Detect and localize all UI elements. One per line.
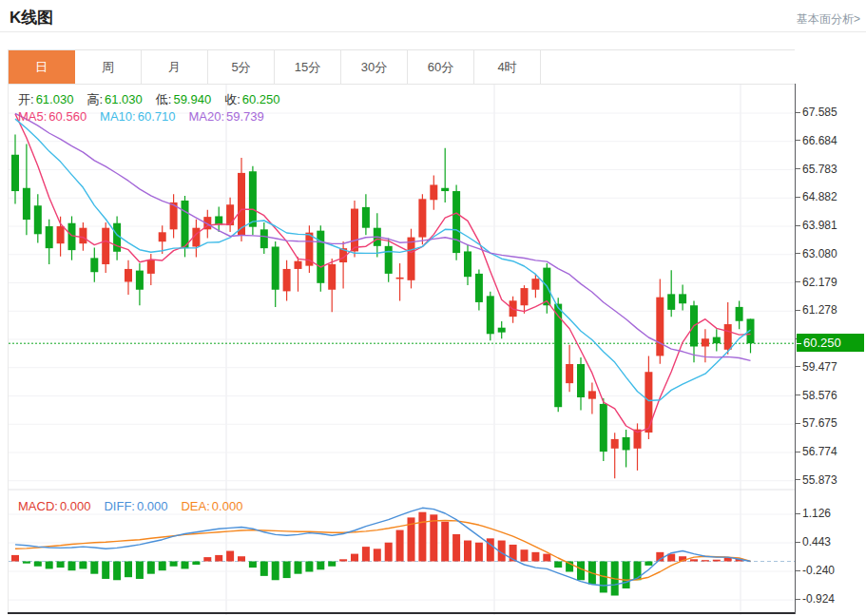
macd-tick-label: -0.240 xyxy=(796,564,835,578)
axis-tick xyxy=(796,395,800,395)
axis-tick xyxy=(796,225,800,226)
price-tick-label: 57.675 xyxy=(796,416,837,431)
legend-label: MA20: xyxy=(188,109,224,124)
axis-tick xyxy=(796,452,800,452)
price-tick-label: 55.873 xyxy=(796,472,837,487)
legend-value: 59.739 xyxy=(226,109,264,124)
tab-month[interactable]: 月 xyxy=(142,50,208,85)
price-tick-label: 61.278 xyxy=(796,303,837,318)
tab-week[interactable]: 周 xyxy=(75,50,142,85)
legend-label: 高: xyxy=(87,92,103,106)
kline-macd-plot[interactable] xyxy=(9,85,796,615)
axis-tick-label: 66.684 xyxy=(802,134,837,147)
legend-label: MA5: xyxy=(18,109,47,124)
legend-label: DIFF: xyxy=(104,499,135,513)
legend-value: 0.000 xyxy=(212,499,243,513)
axis-tick-label: 59.477 xyxy=(802,360,837,374)
chart-bottom-border xyxy=(8,612,795,614)
legend-value: 60.560 xyxy=(48,109,87,124)
legend-value: 61.030 xyxy=(36,92,74,106)
last-price-badge: 60.250 xyxy=(797,334,864,352)
price-tick-label: 59.477 xyxy=(796,359,837,374)
tab-30min[interactable]: 30分 xyxy=(341,50,408,85)
ohlc-legend: 开:61.030高:61.030低:59.940收:60.250 xyxy=(18,91,294,108)
axis-tick xyxy=(796,281,800,282)
axis-tick xyxy=(796,253,800,254)
price-tick-label: 66.684 xyxy=(796,133,837,147)
legend-value: 0.000 xyxy=(60,499,91,513)
title-divider xyxy=(0,31,866,32)
axis-tick-label: 58.576 xyxy=(802,389,837,402)
legend-value: 61.030 xyxy=(105,92,143,106)
price-tick-label: 65.783 xyxy=(796,162,837,176)
macd-tick-label: 1.126 xyxy=(796,507,831,521)
legend-label: MACD: xyxy=(18,499,58,513)
price-tick-label: 62.179 xyxy=(796,275,837,289)
fundamental-analysis-link[interactable]: 基本面分析> xyxy=(797,11,860,28)
page-title: K线图 xyxy=(10,7,53,29)
axis-tick xyxy=(796,513,800,514)
axis-tick xyxy=(796,570,800,571)
chart-area: 开:61.030高:61.030低:59.940收:60.250 MA5:60.… xyxy=(8,84,795,614)
price-tick-label: 63.080 xyxy=(796,246,837,260)
tab-15min[interactable]: 15分 xyxy=(275,50,341,85)
axis-tick-label: 63.080 xyxy=(802,247,837,260)
axis-tick-label: 64.882 xyxy=(802,190,837,203)
tab-4hour[interactable]: 4时 xyxy=(474,50,541,85)
axis-tick-label: 65.783 xyxy=(802,163,837,176)
legend-value: 59.940 xyxy=(173,92,211,106)
legend-value: 0.000 xyxy=(137,499,168,513)
macd-tick-label: 0.443 xyxy=(796,535,831,549)
legend-label: 开: xyxy=(18,92,34,106)
period-tabbar: 日周月5分15分30分60分4时 xyxy=(8,49,541,85)
axis-tick-label: 62.179 xyxy=(802,276,837,289)
tabbar-top-rule xyxy=(540,49,795,50)
axis-tick xyxy=(796,366,800,367)
tab-day[interactable]: 日 xyxy=(9,50,75,85)
axis-tick-label: 0.443 xyxy=(802,535,831,549)
axis-tick-label: 55.873 xyxy=(802,473,837,487)
axis-tick xyxy=(796,112,800,113)
macd-legend: MACD:0.000DIFF:0.000DEA:0.000 xyxy=(18,499,256,513)
legend-label: 低: xyxy=(156,92,172,106)
price-tick-label: 67.585 xyxy=(796,106,837,120)
axis-tick xyxy=(796,599,800,600)
tab-60min[interactable]: 60分 xyxy=(408,50,474,85)
axis-tick-label: 57.675 xyxy=(802,416,837,430)
legend-label: DEA: xyxy=(181,499,209,513)
legend-value: 60.710 xyxy=(138,109,176,124)
axis-tick xyxy=(796,168,800,169)
legend-value: 60.250 xyxy=(242,92,280,106)
axis-tick-label: -0.924 xyxy=(802,592,835,606)
axis-tick xyxy=(796,197,800,198)
price-tick-label: 64.882 xyxy=(796,190,837,204)
axis-tick xyxy=(797,343,801,344)
axis-tick xyxy=(796,479,800,480)
axis-tick-label: 1.126 xyxy=(802,507,831,520)
price-tick-label: 58.576 xyxy=(796,388,837,402)
ma-legend: MA5:60.560MA10:60.710MA20:59.739 xyxy=(18,109,278,124)
axis-tick-label: -0.240 xyxy=(802,564,835,577)
axis-tick xyxy=(796,310,800,311)
axis-tick xyxy=(796,542,800,543)
axis-tick xyxy=(796,140,800,141)
axis-tick-label: 61.278 xyxy=(802,303,837,317)
price-tick-label: 63.981 xyxy=(796,219,837,233)
kline-widget: K线图 基本面分析> 日周月5分15分30分60分4时 开:61.030高:61… xyxy=(0,0,866,616)
legend-label: 收: xyxy=(224,92,241,106)
axis-tick xyxy=(796,423,800,424)
macd-tick-label: -0.924 xyxy=(796,592,835,606)
axis-tick-label: 67.585 xyxy=(802,106,837,119)
price-tick-label: 56.774 xyxy=(796,445,837,459)
tab-5min[interactable]: 5分 xyxy=(208,50,275,85)
legend-label: MA10: xyxy=(100,109,136,124)
axis-tick-label: 63.981 xyxy=(802,219,837,232)
axis-tick-label: 56.774 xyxy=(802,445,837,458)
price-axis-column: -0.924-0.2400.4431.12655.87356.77457.675… xyxy=(795,84,866,614)
